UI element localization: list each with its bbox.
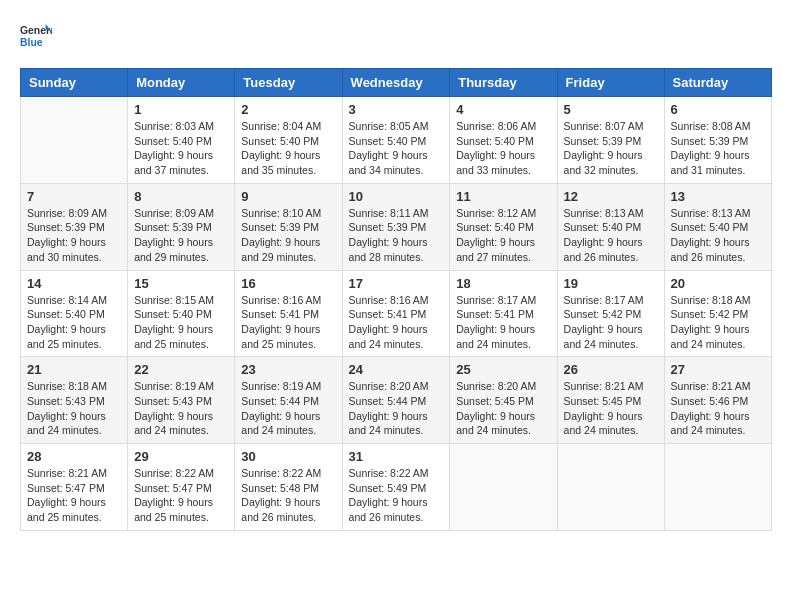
day-number: 19	[564, 276, 658, 291]
day-number: 10	[349, 189, 444, 204]
day-number: 22	[134, 362, 228, 377]
calendar-cell: 26Sunrise: 8:21 AMSunset: 5:45 PMDayligh…	[557, 357, 664, 444]
day-number: 9	[241, 189, 335, 204]
day-info: Sunrise: 8:16 AMSunset: 5:41 PMDaylight:…	[349, 293, 444, 352]
day-number: 5	[564, 102, 658, 117]
day-number: 21	[27, 362, 121, 377]
calendar-cell: 13Sunrise: 8:13 AMSunset: 5:40 PMDayligh…	[664, 183, 771, 270]
weekday-header: Friday	[557, 69, 664, 97]
calendar-cell	[450, 444, 557, 531]
calendar-week-row: 1Sunrise: 8:03 AMSunset: 5:40 PMDaylight…	[21, 97, 772, 184]
day-number: 29	[134, 449, 228, 464]
calendar-cell	[664, 444, 771, 531]
day-number: 6	[671, 102, 765, 117]
calendar-week-row: 28Sunrise: 8:21 AMSunset: 5:47 PMDayligh…	[21, 444, 772, 531]
day-info: Sunrise: 8:13 AMSunset: 5:40 PMDaylight:…	[564, 206, 658, 265]
calendar-cell	[557, 444, 664, 531]
day-info: Sunrise: 8:04 AMSunset: 5:40 PMDaylight:…	[241, 119, 335, 178]
day-info: Sunrise: 8:10 AMSunset: 5:39 PMDaylight:…	[241, 206, 335, 265]
day-number: 14	[27, 276, 121, 291]
day-info: Sunrise: 8:16 AMSunset: 5:41 PMDaylight:…	[241, 293, 335, 352]
day-number: 15	[134, 276, 228, 291]
calendar-cell: 5Sunrise: 8:07 AMSunset: 5:39 PMDaylight…	[557, 97, 664, 184]
day-number: 16	[241, 276, 335, 291]
day-number: 25	[456, 362, 550, 377]
calendar-cell: 9Sunrise: 8:10 AMSunset: 5:39 PMDaylight…	[235, 183, 342, 270]
day-number: 2	[241, 102, 335, 117]
day-number: 23	[241, 362, 335, 377]
calendar-cell: 11Sunrise: 8:12 AMSunset: 5:40 PMDayligh…	[450, 183, 557, 270]
day-number: 12	[564, 189, 658, 204]
calendar-cell: 19Sunrise: 8:17 AMSunset: 5:42 PMDayligh…	[557, 270, 664, 357]
calendar-week-row: 7Sunrise: 8:09 AMSunset: 5:39 PMDaylight…	[21, 183, 772, 270]
calendar-cell: 14Sunrise: 8:14 AMSunset: 5:40 PMDayligh…	[21, 270, 128, 357]
day-number: 11	[456, 189, 550, 204]
day-info: Sunrise: 8:21 AMSunset: 5:45 PMDaylight:…	[564, 379, 658, 438]
day-number: 17	[349, 276, 444, 291]
day-info: Sunrise: 8:11 AMSunset: 5:39 PMDaylight:…	[349, 206, 444, 265]
day-info: Sunrise: 8:18 AMSunset: 5:42 PMDaylight:…	[671, 293, 765, 352]
calendar-cell: 23Sunrise: 8:19 AMSunset: 5:44 PMDayligh…	[235, 357, 342, 444]
day-info: Sunrise: 8:14 AMSunset: 5:40 PMDaylight:…	[27, 293, 121, 352]
calendar-cell: 25Sunrise: 8:20 AMSunset: 5:45 PMDayligh…	[450, 357, 557, 444]
day-number: 13	[671, 189, 765, 204]
day-number: 4	[456, 102, 550, 117]
weekday-header: Sunday	[21, 69, 128, 97]
day-info: Sunrise: 8:20 AMSunset: 5:44 PMDaylight:…	[349, 379, 444, 438]
day-info: Sunrise: 8:05 AMSunset: 5:40 PMDaylight:…	[349, 119, 444, 178]
calendar-cell: 1Sunrise: 8:03 AMSunset: 5:40 PMDaylight…	[128, 97, 235, 184]
day-info: Sunrise: 8:17 AMSunset: 5:41 PMDaylight:…	[456, 293, 550, 352]
calendar-cell: 30Sunrise: 8:22 AMSunset: 5:48 PMDayligh…	[235, 444, 342, 531]
day-info: Sunrise: 8:18 AMSunset: 5:43 PMDaylight:…	[27, 379, 121, 438]
day-number: 27	[671, 362, 765, 377]
day-info: Sunrise: 8:07 AMSunset: 5:39 PMDaylight:…	[564, 119, 658, 178]
day-number: 31	[349, 449, 444, 464]
calendar-cell: 29Sunrise: 8:22 AMSunset: 5:47 PMDayligh…	[128, 444, 235, 531]
calendar-cell: 20Sunrise: 8:18 AMSunset: 5:42 PMDayligh…	[664, 270, 771, 357]
day-info: Sunrise: 8:21 AMSunset: 5:46 PMDaylight:…	[671, 379, 765, 438]
weekday-header: Wednesday	[342, 69, 450, 97]
day-number: 24	[349, 362, 444, 377]
day-info: Sunrise: 8:15 AMSunset: 5:40 PMDaylight:…	[134, 293, 228, 352]
day-info: Sunrise: 8:12 AMSunset: 5:40 PMDaylight:…	[456, 206, 550, 265]
day-info: Sunrise: 8:22 AMSunset: 5:47 PMDaylight:…	[134, 466, 228, 525]
day-info: Sunrise: 8:17 AMSunset: 5:42 PMDaylight:…	[564, 293, 658, 352]
day-number: 28	[27, 449, 121, 464]
calendar-cell: 3Sunrise: 8:05 AMSunset: 5:40 PMDaylight…	[342, 97, 450, 184]
calendar-cell: 17Sunrise: 8:16 AMSunset: 5:41 PMDayligh…	[342, 270, 450, 357]
day-number: 30	[241, 449, 335, 464]
weekday-header: Tuesday	[235, 69, 342, 97]
calendar-table: SundayMondayTuesdayWednesdayThursdayFrid…	[20, 68, 772, 531]
day-number: 26	[564, 362, 658, 377]
calendar-week-row: 14Sunrise: 8:14 AMSunset: 5:40 PMDayligh…	[21, 270, 772, 357]
day-info: Sunrise: 8:21 AMSunset: 5:47 PMDaylight:…	[27, 466, 121, 525]
weekday-header: Monday	[128, 69, 235, 97]
day-number: 7	[27, 189, 121, 204]
day-info: Sunrise: 8:06 AMSunset: 5:40 PMDaylight:…	[456, 119, 550, 178]
day-number: 8	[134, 189, 228, 204]
weekday-header: Thursday	[450, 69, 557, 97]
day-number: 18	[456, 276, 550, 291]
day-info: Sunrise: 8:09 AMSunset: 5:39 PMDaylight:…	[27, 206, 121, 265]
day-number: 20	[671, 276, 765, 291]
calendar-cell: 27Sunrise: 8:21 AMSunset: 5:46 PMDayligh…	[664, 357, 771, 444]
weekday-header: Saturday	[664, 69, 771, 97]
calendar-header-row: SundayMondayTuesdayWednesdayThursdayFrid…	[21, 69, 772, 97]
day-info: Sunrise: 8:22 AMSunset: 5:49 PMDaylight:…	[349, 466, 444, 525]
day-info: Sunrise: 8:19 AMSunset: 5:44 PMDaylight:…	[241, 379, 335, 438]
calendar-cell: 21Sunrise: 8:18 AMSunset: 5:43 PMDayligh…	[21, 357, 128, 444]
calendar-cell: 7Sunrise: 8:09 AMSunset: 5:39 PMDaylight…	[21, 183, 128, 270]
day-info: Sunrise: 8:03 AMSunset: 5:40 PMDaylight:…	[134, 119, 228, 178]
calendar-cell: 10Sunrise: 8:11 AMSunset: 5:39 PMDayligh…	[342, 183, 450, 270]
day-info: Sunrise: 8:13 AMSunset: 5:40 PMDaylight:…	[671, 206, 765, 265]
day-number: 1	[134, 102, 228, 117]
day-info: Sunrise: 8:08 AMSunset: 5:39 PMDaylight:…	[671, 119, 765, 178]
day-info: Sunrise: 8:09 AMSunset: 5:39 PMDaylight:…	[134, 206, 228, 265]
calendar-cell: 31Sunrise: 8:22 AMSunset: 5:49 PMDayligh…	[342, 444, 450, 531]
calendar-cell	[21, 97, 128, 184]
calendar-cell: 6Sunrise: 8:08 AMSunset: 5:39 PMDaylight…	[664, 97, 771, 184]
calendar-cell: 12Sunrise: 8:13 AMSunset: 5:40 PMDayligh…	[557, 183, 664, 270]
logo-icon: General Blue	[20, 20, 52, 52]
logo: General Blue	[20, 20, 56, 52]
svg-text:Blue: Blue	[20, 37, 43, 48]
